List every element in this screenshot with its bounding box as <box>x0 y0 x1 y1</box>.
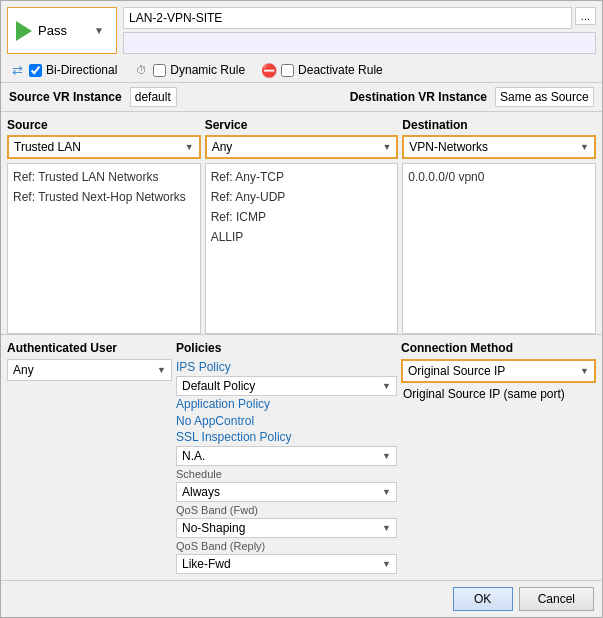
firewall-rule-dialog: Pass ▼ ... ⇄ Bi-Directional ⏱ Dynamic Ru… <box>0 0 603 618</box>
ips-arrow-icon: ▼ <box>382 381 391 391</box>
dest-vr-select[interactable]: Same as Source <box>495 87 594 107</box>
connection-arrow-icon: ▼ <box>580 366 589 376</box>
source-vr-select[interactable]: default <box>130 87 177 107</box>
source-list: Ref: Trusted LAN Networks Ref: Trusted N… <box>7 163 201 334</box>
auth-header: Authenticated User <box>7 341 172 355</box>
schedule-value: Always <box>182 485 220 499</box>
source-vr-label: Source VR Instance <box>9 90 122 104</box>
ips-policy-link[interactable]: IPS Policy <box>176 359 397 375</box>
dynamic-option: ⏱ Dynamic Rule <box>133 62 245 78</box>
source-select[interactable]: Trusted LAN ▼ <box>7 135 201 159</box>
service-value: Any <box>212 140 233 154</box>
list-item: Ref: Any-UDP <box>209 187 395 207</box>
service-arrow-icon: ▼ <box>382 142 391 152</box>
auth-value: Any <box>13 363 34 377</box>
ssl-arrow-icon: ▼ <box>382 451 391 461</box>
pass-label: Pass <box>38 23 88 38</box>
dest-vr-label: Destination VR Instance <box>350 90 487 104</box>
pass-button[interactable]: Pass ▼ <box>7 7 117 54</box>
qos-reply-label: QoS Band (Reply) <box>176 538 397 553</box>
destination-arrow-icon: ▼ <box>580 142 589 152</box>
list-item: ALLIP <box>209 227 395 247</box>
dynamic-icon: ⏱ <box>133 62 149 78</box>
schedule-arrow-icon: ▼ <box>382 487 391 497</box>
connection-item: Original Source IP (same port) <box>401 386 596 402</box>
qos-fwd-select[interactable]: No-Shaping ▼ <box>176 518 397 538</box>
rule-comment-input[interactable] <box>123 32 596 54</box>
bidir-option: ⇄ Bi-Directional <box>9 62 117 78</box>
source-column: Source Trusted LAN ▼ Ref: Trusted LAN Ne… <box>7 118 201 334</box>
ellipsis-button[interactable]: ... <box>575 7 596 25</box>
ssl-policy-select[interactable]: N.A. ▼ <box>176 446 397 466</box>
deactivate-checkbox[interactable] <box>281 64 294 77</box>
deactivate-icon: ⛔ <box>261 62 277 78</box>
policies-column: Policies IPS Policy Default Policy ▼ App… <box>176 341 397 574</box>
pass-dropdown-icon: ▼ <box>94 25 108 36</box>
qos-reply-select[interactable]: Like-Fwd ▼ <box>176 554 397 574</box>
bidir-checkbox[interactable] <box>29 64 42 77</box>
destination-list: 0.0.0.0/0 vpn0 <box>402 163 596 334</box>
bidir-label: Bi-Directional <box>46 63 117 77</box>
schedule-label: Schedule <box>176 466 397 481</box>
destination-value: VPN-Networks <box>409 140 488 154</box>
auth-select[interactable]: Any ▼ <box>7 359 172 381</box>
destination-column: Destination VPN-Networks ▼ 0.0.0.0/0 vpn… <box>402 118 596 334</box>
ips-policy-select[interactable]: Default Policy ▼ <box>176 376 397 396</box>
source-arrow-icon: ▼ <box>185 142 194 152</box>
rule-name-row: ... <box>123 7 596 29</box>
ssd-row: Source Trusted LAN ▼ Ref: Trusted LAN Ne… <box>1 112 602 334</box>
connection-select[interactable]: Original Source IP ▼ <box>401 359 596 383</box>
ips-policy-value: Default Policy <box>182 379 255 393</box>
ssl-policy-value: N.A. <box>182 449 205 463</box>
deactivate-option: ⛔ Deactivate Rule <box>261 62 383 78</box>
top-bar: Pass ▼ ... <box>1 1 602 58</box>
qos-fwd-label: QoS Band (Fwd) <box>176 502 397 517</box>
ssl-policy-link[interactable]: SSL Inspection Policy <box>176 429 397 445</box>
source-value: Trusted LAN <box>14 140 81 154</box>
ok-button[interactable]: OK <box>453 587 513 611</box>
destination-header: Destination <box>402 118 596 132</box>
bottom-section: Authenticated User Any ▼ Policies IPS Po… <box>1 334 602 580</box>
connection-column: Connection Method Original Source IP ▼ O… <box>401 341 596 574</box>
rule-name-area: ... <box>123 7 596 54</box>
service-list: Ref: Any-TCP Ref: Any-UDP Ref: ICMP ALLI… <box>205 163 399 334</box>
service-column: Service Any ▼ Ref: Any-TCP Ref: Any-UDP … <box>205 118 399 334</box>
destination-select[interactable]: VPN-Networks ▼ <box>402 135 596 159</box>
rule-name-input[interactable] <box>123 7 572 29</box>
qos-fwd-arrow-icon: ▼ <box>382 523 391 533</box>
cancel-button[interactable]: Cancel <box>519 587 594 611</box>
list-item: Ref: Any-TCP <box>209 167 395 187</box>
schedule-select[interactable]: Always ▼ <box>176 482 397 502</box>
policies-header: Policies <box>176 341 397 355</box>
service-header: Service <box>205 118 399 132</box>
qos-reply-row: QoS Band (Reply) Like-Fwd ▼ <box>176 538 397 574</box>
schedule-row: Schedule Always ▼ <box>176 466 397 502</box>
qos-fwd-row: QoS Band (Fwd) No-Shaping ▼ <box>176 502 397 538</box>
pass-arrow-icon <box>16 21 32 41</box>
vr-row: Source VR Instance default Destination V… <box>1 83 602 112</box>
qos-reply-arrow-icon: ▼ <box>382 559 391 569</box>
qos-fwd-value: No-Shaping <box>182 521 245 535</box>
list-item: 0.0.0.0/0 vpn0 <box>406 167 592 187</box>
footer: OK Cancel <box>1 580 602 617</box>
app-policy-value[interactable]: No AppControl <box>176 413 397 429</box>
ssl-policy-row: SSL Inspection Policy N.A. ▼ <box>176 429 397 466</box>
deactivate-label: Deactivate Rule <box>298 63 383 77</box>
qos-reply-value: Like-Fwd <box>182 557 231 571</box>
list-item: Ref: Trusted LAN Networks <box>11 167 197 187</box>
options-row: ⇄ Bi-Directional ⏱ Dynamic Rule ⛔ Deacti… <box>1 58 602 83</box>
list-item: Ref: Trusted Next-Hop Networks <box>11 187 197 207</box>
source-header: Source <box>7 118 201 132</box>
list-item: Ref: ICMP <box>209 207 395 227</box>
dynamic-checkbox[interactable] <box>153 64 166 77</box>
app-policy-link[interactable]: Application Policy <box>176 396 397 412</box>
service-select[interactable]: Any ▼ <box>205 135 399 159</box>
app-policy-row: Application Policy No AppControl <box>176 396 397 429</box>
dynamic-label: Dynamic Rule <box>170 63 245 77</box>
bidir-icon: ⇄ <box>9 62 25 78</box>
auth-column: Authenticated User Any ▼ <box>7 341 172 574</box>
connection-value: Original Source IP <box>408 364 505 378</box>
ips-policy-row: IPS Policy Default Policy ▼ <box>176 359 397 396</box>
auth-arrow-icon: ▼ <box>157 365 166 375</box>
connection-header: Connection Method <box>401 341 596 355</box>
